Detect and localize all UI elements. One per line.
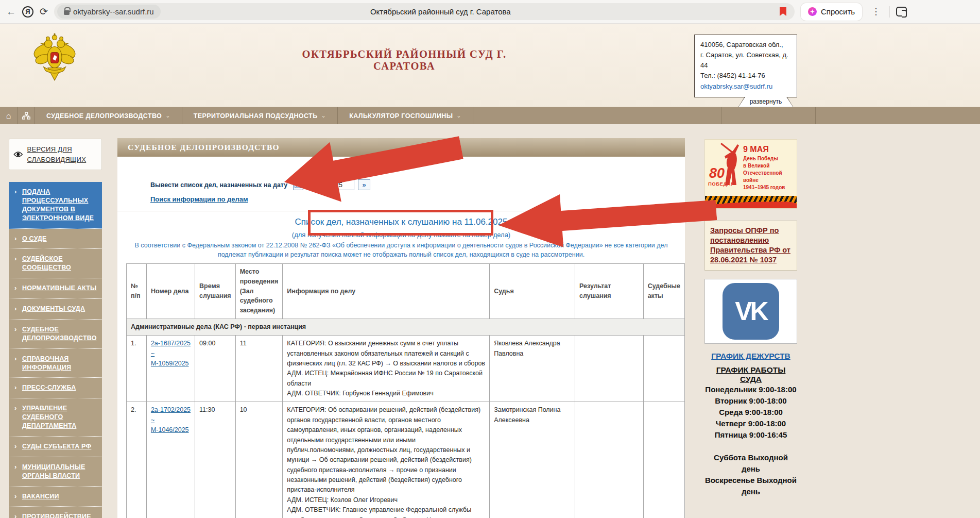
cell-result bbox=[575, 402, 644, 518]
contact-line: 410056, Саратовская обл., bbox=[700, 40, 791, 50]
schedule-line: Четверг 9:00-18:00 bbox=[704, 418, 797, 429]
section-header: СУДЕБНОЕ ДЕЛОПРОИЗВОДСТВО bbox=[117, 138, 685, 157]
nav-item-territorial-jurisdiction[interactable]: ТЕРРИТОРИАЛЬНАЯ ПОДСУДНОСТЬ ⌄ bbox=[182, 107, 338, 124]
nav-item-fee-calculator[interactable]: КАЛЬКУЛЯТОР ГОСПОШЛИНЫ ⌄ bbox=[338, 107, 473, 124]
cell-acts bbox=[643, 336, 684, 402]
banner-text: День Победы в Великой Отечественной войн… bbox=[743, 155, 797, 191]
cell-case: 2а-1702/2025 ~ М-1046/2025 bbox=[146, 402, 195, 518]
hearing-list-title: Список дел, назначенных к слушанию на 11… bbox=[117, 217, 685, 227]
home-icon: ⌂ bbox=[6, 111, 11, 121]
banner-80-badge: 80 bbox=[709, 166, 725, 180]
schedule-line: Вторник 9:00-18:00 bbox=[704, 395, 797, 407]
col-num: № п/п bbox=[127, 264, 147, 319]
case-search-link[interactable]: Поиск информации по делам bbox=[150, 195, 248, 203]
contact-line: г. Саратов, ул. Советская, д. 44 bbox=[700, 50, 791, 71]
chevron-right-icon: › bbox=[14, 187, 17, 196]
schedule-line: Понедельник 9:00-18:00 bbox=[704, 384, 797, 395]
toolbar-divider bbox=[889, 6, 890, 18]
expand-tab: развернуть bbox=[738, 97, 794, 108]
date-label: Вывести список дел, назначенных на дату bbox=[150, 181, 287, 189]
cases-table: № п/п Номер дела Время слушания Место пр… bbox=[126, 263, 685, 518]
chevron-right-icon: › bbox=[14, 234, 17, 243]
chevron-right-icon: › bbox=[14, 254, 17, 263]
expand-button[interactable]: развернуть bbox=[738, 97, 793, 107]
site-header: ОКТЯБРЬСКИЙ РАЙОННЫЙ СУД Г. САРАТОВА 410… bbox=[0, 24, 980, 107]
nav-sitemap-button[interactable] bbox=[18, 107, 35, 124]
sidebar-item-normative-acts[interactable]: › НОРМАТИВНЫЕ АКТЫ bbox=[9, 278, 102, 299]
eye-icon bbox=[13, 150, 23, 159]
table-row: 2. 2а-1702/2025 ~ М-1046/2025 11:30 10 К… bbox=[127, 402, 685, 518]
nav-divider bbox=[721, 107, 721, 124]
col-room: Место проведения (Зал судебного заседани… bbox=[235, 264, 283, 319]
divider bbox=[117, 211, 685, 211]
case-number-link[interactable]: 2а-1687/2025 ~ М-1059/2025 bbox=[151, 340, 191, 367]
col-case: Номер дела bbox=[146, 264, 195, 319]
sidebar-item-press-service[interactable]: › ПРЕСС-СЛУЖБА bbox=[9, 378, 102, 398]
cell-info: КАТЕГОРИЯ: Об оспаривании решений, дейст… bbox=[283, 402, 490, 518]
calendar-button[interactable] bbox=[293, 180, 303, 190]
sidebar-item-anticorruption[interactable]: › ПРОТИВОДЕЙСТВИЕ КОРРУПЦИИ bbox=[9, 507, 102, 518]
col-judge: Судья bbox=[490, 264, 575, 319]
cell-time: 11:30 bbox=[195, 402, 236, 518]
browser-menu-icon[interactable]: ⋮ bbox=[868, 6, 883, 17]
ask-button[interactable]: Спросить bbox=[801, 3, 862, 21]
schedule-line: Суббота Выходной день bbox=[704, 452, 797, 475]
sidebar-item-e-filing[interactable]: › ПОДАЧА ПРОЦЕССУАЛЬНЫХ ДОКУМЕНТОВ В ЭЛЕ… bbox=[9, 182, 102, 229]
date-controls: Вывести список дел, назначенных на дату … bbox=[150, 179, 685, 190]
case-number-link[interactable]: 2а-1702/2025 ~ М-1046/2025 bbox=[151, 406, 191, 433]
vk-box: VK bbox=[704, 279, 797, 344]
cell-judge: Замотринская Полина Алексеевна bbox=[490, 402, 575, 518]
accessibility-version-link[interactable]: ВЕРСИЯ ДЛЯ СЛАБОВИДЯЩИХ bbox=[9, 139, 102, 170]
ask-sparkle-icon bbox=[808, 7, 817, 16]
col-result: Результат слушания bbox=[575, 264, 644, 319]
sidebar-item-court-documents[interactable]: › ДОКУМЕНТЫ СУДА bbox=[9, 299, 102, 320]
work-schedule-title: ГРАФИК РАБОТЫ СУДА bbox=[704, 365, 797, 384]
chevron-right-icon: › bbox=[14, 325, 17, 334]
cell-judge: Яковлева Александра Павловна bbox=[490, 336, 575, 402]
bookmark-icon[interactable] bbox=[780, 7, 786, 16]
back-icon[interactable]: ← bbox=[6, 7, 16, 16]
schedule-line: Пятница 9:00-16:45 bbox=[704, 429, 797, 441]
nav-home-button[interactable]: ⌂ bbox=[0, 107, 18, 124]
chevron-down-icon: ⌄ bbox=[165, 112, 170, 119]
cell-num: 1. bbox=[127, 336, 147, 402]
cell-room: 10 bbox=[235, 402, 283, 518]
sidebar-item-reference-info[interactable]: › СПРАВОЧНАЯ ИНФОРМАЦИЯ bbox=[9, 349, 102, 378]
submit-date-button[interactable]: » bbox=[358, 179, 370, 190]
opfr-requests-link[interactable]: Запросы ОПФР по постановлению Правительс… bbox=[710, 226, 790, 264]
duty-schedule-link[interactable]: ГРАФИК ДЕЖУРСТВ bbox=[704, 352, 797, 361]
browser-toolbar: ← Я ⟳ oktyabrsky--sar.sudrf.ru Октябрьск… bbox=[0, 0, 980, 24]
table-row: 1. 2а-1687/2025 ~ М-1059/2025 09:00 11 К… bbox=[127, 336, 685, 402]
refresh-icon[interactable]: ⟳ bbox=[40, 7, 48, 16]
sidebar-item-about-court[interactable]: › О СУДЕ bbox=[9, 229, 102, 249]
schedule-line: Воскресенье Выходной день bbox=[704, 475, 797, 497]
court-title: ОКТЯБРЬСКИЙ РАЙОННЫЙ СУД Г. САРАТОВА bbox=[286, 48, 523, 72]
main-nav: ⌂ СУДЕБНОЕ ДЕЛОПРОИЗВОДСТВО ⌄ ТЕРРИТОРИА… bbox=[0, 107, 980, 124]
opfr-box: Запросы ОПФР по постановлению Правительс… bbox=[704, 221, 797, 271]
case-category: КАТЕГОРИЯ: Об оспаривании решений, дейст… bbox=[287, 405, 485, 495]
col-info: Информация по делу bbox=[283, 264, 490, 319]
cell-acts bbox=[643, 402, 684, 518]
sidebar-item-municipal-authorities[interactable]: › МУНИЦИПАЛЬНЫЕ ОРГАНЫ ВЛАСТИ bbox=[9, 457, 102, 487]
nav-item-court-proceedings[interactable]: СУДЕБНОЕ ДЕЛОПРОИЗВОДСТВО ⌄ bbox=[35, 107, 182, 124]
right-sidebar: 80 ПОБЕДА! 9 МАЯ День Победы в Великой О… bbox=[704, 139, 797, 497]
sidebar-item-court-proceedings[interactable]: › СУДЕБНОЕ ДЕЛОПРОИЗВОДСТВО bbox=[9, 320, 102, 349]
sidebar-item-judicial-department[interactable]: › УПРАВЛЕНИЕ СУДЕБНОГО ДЕПАРТАМЕНТА bbox=[9, 398, 102, 437]
contact-email-link[interactable]: oktyabrsky.sar@sudrf.ru bbox=[700, 82, 772, 90]
chevron-down-icon: ⌄ bbox=[321, 112, 326, 119]
chevron-right-icon: › bbox=[14, 512, 17, 518]
cell-info: КАТЕГОРИЯ: О взыскании денежных сумм в с… bbox=[283, 336, 490, 402]
domain-chip[interactable]: oktyabrsky--sar.sudrf.ru bbox=[57, 5, 161, 19]
sidebar-item-subject-courts[interactable]: › СУДЫ СУБЪЕКТА РФ bbox=[9, 437, 102, 457]
hearing-list-caption: (для получения полной информации по делу… bbox=[117, 231, 685, 239]
address-bar[interactable]: oktyabrsky--sar.sudrf.ru Октябрьский рай… bbox=[54, 3, 795, 20]
sidebar-item-vacancies[interactable]: › ВАКАНСИИ bbox=[9, 487, 102, 507]
table-header-row: № п/п Номер дела Время слушания Место пр… bbox=[127, 264, 685, 319]
yandex-logo-icon[interactable]: Я bbox=[22, 6, 33, 18]
sidebar-item-judicial-community[interactable]: › СУДЕЙСКОЕ СООБЩЕСТВО bbox=[9, 249, 102, 278]
banner-pobeda-label: ПОБЕДА! bbox=[708, 181, 733, 187]
vk-logo[interactable]: VK bbox=[723, 283, 779, 340]
date-input[interactable] bbox=[307, 179, 354, 190]
col-time: Время слушания bbox=[195, 264, 236, 319]
tabs-panel-icon[interactable] bbox=[896, 7, 907, 16]
